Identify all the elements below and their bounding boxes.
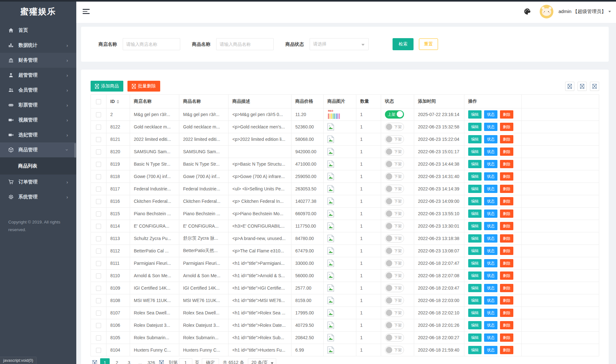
sidebar-item[interactable]: 首页 [0, 23, 76, 38]
status-toggle-off[interactable]: 下架 [385, 309, 404, 317]
status-toggle-off[interactable]: 下架 [385, 321, 404, 329]
sidebar-item[interactable]: 选妃管理 › [0, 127, 76, 142]
edit-button[interactable]: 编辑 [468, 284, 482, 292]
edit-button[interactable]: 编辑 [468, 123, 482, 131]
status-button[interactable]: 状态 [484, 333, 497, 342]
batch-delete-button[interactable]: 批量删除 [127, 81, 160, 92]
delete-button[interactable]: 删除 [500, 185, 513, 193]
sidebar-item[interactable]: 系统管理 › [0, 189, 76, 204]
sidebar-item[interactable]: 视频管理 › [0, 113, 76, 127]
goto-confirm-button[interactable]: 确定 [202, 358, 219, 364]
status-button[interactable]: 状态 [484, 110, 497, 119]
theme-palette-icon[interactable] [524, 8, 531, 15]
delete-button[interactable]: 删除 [500, 321, 513, 329]
edit-button[interactable]: 编辑 [468, 148, 482, 156]
status-toggle-off[interactable]: 下架 [385, 197, 404, 205]
status-toggle-off[interactable]: 下架 [385, 333, 404, 342]
delete-button[interactable]: 删除 [500, 259, 513, 267]
status-button[interactable]: 状态 [484, 197, 497, 205]
status-button[interactable]: 状态 [484, 185, 497, 193]
delete-button[interactable]: 删除 [500, 209, 513, 218]
row-checkbox[interactable] [96, 348, 101, 353]
row-checkbox[interactable] [96, 236, 101, 241]
edit-button[interactable]: 编辑 [468, 135, 482, 143]
shop-name-input[interactable] [123, 38, 180, 50]
delete-button[interactable]: 删除 [500, 160, 513, 168]
edit-button[interactable]: 编辑 [468, 259, 482, 267]
delete-button[interactable]: 删除 [500, 197, 513, 205]
page-number[interactable]: 3 [124, 358, 134, 364]
prev-page-button[interactable] [92, 360, 97, 364]
delete-button[interactable]: 删除 [500, 135, 513, 143]
status-toggle-on[interactable]: 上架 [385, 110, 404, 119]
edit-button[interactable]: 编辑 [468, 271, 482, 280]
row-checkbox[interactable] [96, 335, 101, 340]
table-tool-button-1[interactable] [565, 82, 574, 91]
row-checkbox[interactable] [96, 261, 101, 266]
status-button[interactable]: 状态 [484, 135, 497, 143]
sidebar-item[interactable]: 订单管理 › [0, 175, 76, 189]
status-button[interactable]: 状态 [484, 284, 497, 292]
sidebar-item[interactable]: 商品管理 › [0, 142, 76, 157]
edit-button[interactable]: 编辑 [468, 247, 482, 255]
delete-button[interactable]: 删除 [500, 148, 513, 156]
delete-button[interactable]: 删除 [500, 123, 513, 131]
delete-button[interactable]: 删除 [500, 222, 513, 230]
menu-toggle-icon[interactable] [83, 8, 90, 15]
delete-button[interactable]: 删除 [500, 172, 513, 181]
status-button[interactable]: 状态 [484, 148, 497, 156]
sidebar-item[interactable]: 会员管理 › [0, 83, 76, 98]
sidebar-item[interactable]: 彩票管理 › [0, 98, 76, 113]
status-button[interactable]: 状态 [484, 271, 497, 280]
row-checkbox[interactable] [96, 298, 101, 303]
edit-button[interactable]: 编辑 [468, 172, 482, 181]
status-toggle-off[interactable]: 下架 [385, 185, 404, 193]
status-toggle-off[interactable]: 下架 [385, 148, 404, 156]
edit-button[interactable]: 编辑 [468, 321, 482, 329]
status-button[interactable]: 状态 [484, 234, 497, 243]
edit-button[interactable]: 编辑 [468, 197, 482, 205]
edit-button[interactable]: 编辑 [468, 234, 482, 243]
sort-icon[interactable] [117, 100, 119, 104]
row-checkbox[interactable] [96, 174, 101, 179]
delete-button[interactable]: 删除 [500, 110, 513, 119]
status-button[interactable]: 状态 [484, 296, 497, 305]
status-button[interactable]: 状态 [484, 209, 497, 218]
status-toggle-off[interactable]: 下架 [385, 160, 404, 168]
row-checkbox[interactable] [96, 149, 101, 155]
row-checkbox[interactable] [96, 249, 101, 254]
status-button[interactable]: 状态 [484, 247, 497, 255]
row-checkbox[interactable] [96, 199, 101, 204]
edit-button[interactable]: 编辑 [468, 222, 482, 230]
edit-button[interactable]: 编辑 [468, 333, 482, 342]
status-toggle-off[interactable]: 下架 [385, 259, 404, 267]
status-toggle-off[interactable]: 下架 [385, 209, 404, 218]
status-toggle-off[interactable]: 下架 [385, 135, 404, 143]
status-button[interactable]: 状态 [484, 172, 497, 181]
status-toggle-off[interactable]: 下架 [385, 284, 404, 292]
status-toggle-off[interactable]: 下架 [385, 123, 404, 131]
delete-button[interactable]: 删除 [500, 271, 513, 280]
row-checkbox[interactable] [96, 311, 101, 316]
status-button[interactable]: 状态 [484, 346, 497, 354]
status-toggle-off[interactable]: 下架 [385, 296, 404, 305]
next-page-button[interactable] [159, 360, 164, 364]
sidebar-scrollbar-thumb[interactable] [74, 143, 76, 158]
row-checkbox[interactable] [96, 112, 101, 117]
status-button[interactable]: 状态 [484, 222, 497, 230]
status-toggle-off[interactable]: 下架 [385, 271, 404, 280]
status-button[interactable]: 状态 [484, 123, 497, 131]
product-name-input[interactable] [216, 38, 274, 50]
status-button[interactable]: 状态 [484, 259, 497, 267]
add-product-button[interactable]: 添加商品 [91, 81, 123, 92]
delete-button[interactable]: 删除 [500, 247, 513, 255]
sidebar-item[interactable]: 超管管理 › [0, 68, 76, 83]
status-button[interactable]: 状态 [484, 321, 497, 329]
row-checkbox[interactable] [96, 187, 101, 192]
edit-button[interactable]: 编辑 [468, 296, 482, 305]
edit-button[interactable]: 编辑 [468, 209, 482, 218]
sidebar-item[interactable]: 数据统计 › [0, 38, 76, 53]
delete-button[interactable]: 删除 [500, 333, 513, 342]
edit-button[interactable]: 编辑 [468, 309, 482, 317]
page-number[interactable]: 326 [147, 358, 156, 364]
